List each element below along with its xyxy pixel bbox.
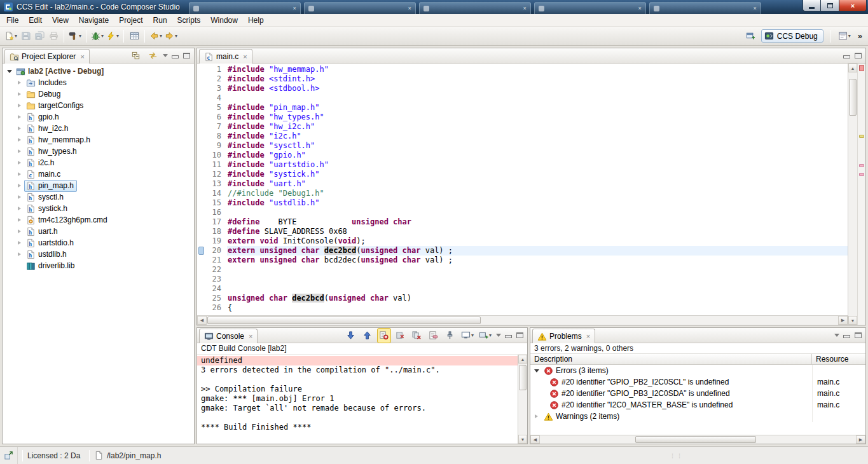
toolbar-overflow-chevron[interactable]: » [855,31,865,41]
collapsed-arrow-icon[interactable] [16,251,23,258]
flash-button[interactable]: ▾ [105,29,120,44]
code-line-4[interactable]: 4 [197,93,848,103]
save-button[interactable] [18,29,32,44]
code-line-21[interactable]: 21extern unsigned char bcd2dec(unsigned … [197,256,848,265]
menu-navigate[interactable]: Navigate [74,15,114,26]
tree-item-gpio-h[interactable]: hgpio.h [3,111,194,123]
tab-close-icon[interactable]: × [586,332,590,340]
console-output[interactable]: undefined3 errors detected in the compil… [197,355,518,444]
code-text[interactable] [227,265,848,275]
collapsed-arrow-icon[interactable] [533,413,540,420]
code-line-14[interactable]: 14//#include "Debug1.h" [197,189,848,198]
maximize-view-button[interactable] [516,332,524,339]
code-line-13[interactable]: 13#include "uart.h" [197,179,848,189]
console-tab[interactable]: Console × [199,329,258,343]
code-line-9[interactable]: 9#include "sysctl.h" [197,141,848,151]
open-console-button[interactable]: ▾ [478,328,493,343]
code-line-26[interactable]: 26{ [197,303,848,313]
maximize-view-button[interactable] [854,52,862,59]
collapse-all-button[interactable] [128,48,142,64]
tree-item-sysctl-h[interactable]: hsysctl.h [3,191,194,203]
scroll-down-icon[interactable]: ▼ [518,435,527,444]
code-line-11[interactable]: 11#include "uartstdio.h" [197,160,848,170]
editor-vertical-scrollbar[interactable]: ▲ ▼ [848,64,857,325]
collapsed-arrow-icon[interactable] [16,205,23,212]
tab-close-icon[interactable]: × [249,332,252,340]
minimize-view-button[interactable] [504,332,513,339]
clear-console-button[interactable] [427,328,441,343]
tree-item-includes[interactable]: Includes [3,77,194,88]
save-all-button[interactable] [32,29,46,44]
fast-view-button[interactable] [0,447,18,464]
code-line-17[interactable]: 17#define BYTE unsigned char [197,217,848,227]
code-lines[interactable]: 1#include "hw_memmap.h"2#include <stdint… [197,64,848,315]
tab-close-icon[interactable]: × [293,6,296,11]
code-text[interactable] [227,275,848,284]
code-text[interactable]: unsigned char dec2bcd(unsigned char val) [227,294,848,303]
open-perspective-button[interactable] [744,29,758,44]
tree-item-i2c-h[interactable]: hi2c.h [3,157,194,168]
scrollbar-thumb[interactable] [635,436,756,443]
tab-close-icon[interactable]: × [754,6,757,11]
code-line-16[interactable]: 16 [197,208,848,217]
view-menu-icon[interactable] [163,54,168,57]
problem-row[interactable]: #20 identifier "GPIO_PB2_I2C0SCL" is und… [530,376,865,388]
code-line-19[interactable]: 19extern void InitConsole(void); [197,236,848,246]
code-line-25[interactable]: 25unsigned char dec2bcd(unsigned char va… [197,294,848,303]
collapsed-arrow-icon[interactable] [16,160,23,167]
code-line-18[interactable]: 18#define SLAVE_ADDRESS 0x68 [197,227,848,236]
code-text[interactable]: #define SLAVE_ADDRESS 0x68 [227,227,848,236]
code-line-20[interactable]: 20extern unsigned char dec2bcd(unsigned … [197,246,848,256]
code-line-1[interactable]: 1#include "hw_memmap.h" [197,65,848,74]
problem-group-warnings-2-items[interactable]: Warnings (2 items) [530,411,865,422]
editor-horizontal-scrollbar[interactable]: ◀ ▶ [197,315,848,325]
editor-presentation-button[interactable]: ▾ [837,29,852,44]
tree-item-hw-types-h[interactable]: hhw_types.h [3,146,194,157]
code-text[interactable]: extern void InitConsole(void); [227,236,848,246]
menu-project[interactable]: Project [114,15,148,26]
code-text[interactable]: #include "hw_memmap.h" [227,65,848,74]
code-line-24[interactable]: 24 [197,284,848,294]
code-text[interactable]: #include "hw_i2c.h" [227,122,848,132]
code-text[interactable]: #include <stdbool.h> [227,84,848,93]
back-button[interactable]: ▾ [148,29,163,44]
code-line-15[interactable]: 15#include "ustdlib.h" [197,198,848,208]
code-line-22[interactable]: 22 [197,265,848,275]
code-text[interactable] [227,93,848,103]
menu-scripts[interactable]: Scripts [172,15,206,26]
minimize-view-button[interactable] [171,52,179,59]
debug-button[interactable]: ▾ [90,29,105,44]
menu-run[interactable]: Run [148,15,172,26]
code-line-12[interactable]: 12#include "systick.h" [197,170,848,179]
tree-item-driverlib-lib[interactable]: driverlib.lib [3,260,194,271]
problem-row[interactable]: #20 identifier "GPIO_PB3_I2C0SDA" is und… [530,388,865,399]
scrollbar-thumb[interactable] [519,365,527,390]
code-text[interactable] [227,208,848,217]
code-text[interactable]: #include "hw_types.h" [227,113,848,122]
tree-item-pin-map-h[interactable]: hpin_map.h [3,180,194,191]
link-with-editor-button[interactable] [146,48,160,64]
error-overview-marker[interactable] [859,65,864,71]
tree-item-debug[interactable]: Debug [3,88,194,100]
tree-item-tm4c123gh6pm-cmd[interactable]: tm4c123gh6pm.cmd [3,214,194,226]
code-text[interactable]: extern unsigned char bcd2dec(unsigned ch… [227,256,848,265]
menu-view[interactable]: View [47,15,74,26]
code-line-6[interactable]: 6#include "hw_types.h" [197,113,848,122]
expanded-arrow-icon[interactable] [533,367,540,374]
tree-item-systick-h[interactable]: hsystick.h [3,203,194,214]
background-tab[interactable]: × [419,2,531,14]
scrollbar-thumb[interactable] [207,317,481,324]
pin-console-button[interactable] [443,328,457,343]
scroll-right-icon[interactable]: ▶ [838,316,848,325]
code-text[interactable]: extern unsigned char dec2bcd(unsigned ch… [227,246,848,256]
code-line-10[interactable]: 10#include "gpio.h" [197,151,848,160]
maximize-view-button[interactable] [854,332,862,339]
scroll-left-icon[interactable]: ◀ [530,435,540,444]
annotation-marker[interactable] [859,135,864,138]
minimize-window-button[interactable] [803,0,821,11]
code-text[interactable]: #include "uart.h" [227,179,848,189]
code-text[interactable]: #include "i2c.h" [227,132,848,141]
code-text[interactable]: //#include "Debug1.h" [227,189,848,198]
expanded-arrow-icon[interactable] [6,68,13,75]
collapsed-arrow-icon[interactable] [16,228,23,235]
